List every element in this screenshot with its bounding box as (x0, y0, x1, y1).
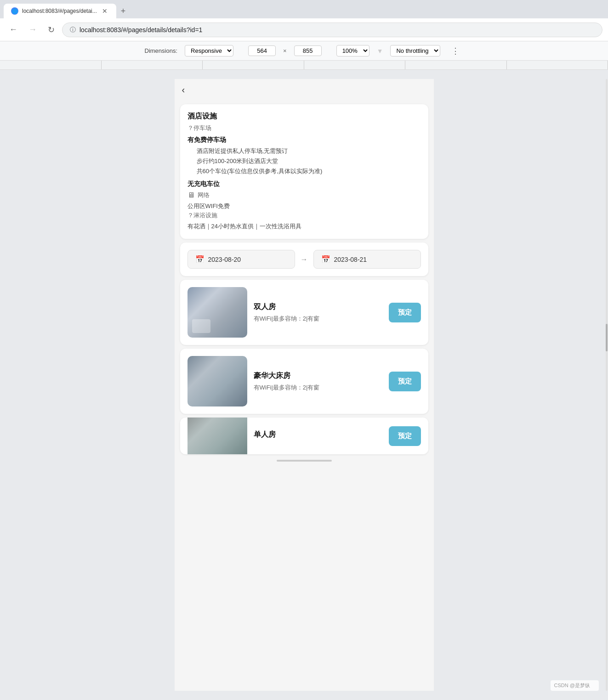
content-area: ‹ 酒店设施 ？停车场 有免费停车场 酒店附近提供私人停车场,无需预订 步行约1… (0, 70, 608, 700)
network-label-text: 网络 (198, 191, 210, 199)
room-info-1: 豪华大床房 有WiFi|最多容纳：2|有窗 (254, 371, 382, 392)
parking-label: ？停车场 (188, 124, 421, 132)
network-row: 🖥 网络 (188, 191, 421, 199)
checkout-date[interactable]: 📅 2023-08-21 (313, 250, 421, 269)
separator3: ▼ (377, 47, 383, 55)
address-bar[interactable]: ⓘ localhost:8083/#/pages/details/details… (62, 23, 602, 37)
room-info-0: 双人房 有WiFi|最多容纳：2|有窗 (254, 302, 382, 323)
browser-toolbar: ← → ↻ ⓘ localhost:8083/#/pages/details/d… (0, 18, 608, 41)
back-chevron-icon[interactable]: ‹ (182, 85, 185, 95)
network-icon: 🖥 (188, 191, 195, 199)
room-info-2: 单人房 (254, 430, 382, 442)
scrollbar[interactable] (605, 70, 608, 700)
book-button-2[interactable]: 预定 (389, 426, 421, 446)
checkin-date[interactable]: 📅 2023-08-20 (188, 250, 295, 269)
height-input[interactable]: 855 (294, 45, 322, 56)
book-button-0[interactable]: 预定 (389, 303, 421, 322)
browser-frame: 🌐 localhost:8083/#/pages/detai... ✕ + ← … (0, 0, 608, 700)
tab-bar: 🌐 localhost:8083/#/pages/detai... ✕ + (0, 0, 608, 18)
ruler-seg-5 (405, 61, 507, 69)
date-arrow-icon: → (295, 255, 313, 264)
responsive-select[interactable]: Responsive (185, 45, 233, 56)
room-name-0: 双人房 (254, 302, 382, 312)
room-image-0 (188, 287, 247, 338)
scrollbar-thumb[interactable] (606, 324, 608, 351)
watermark: CSDN @是梦纵ゞ (551, 680, 599, 691)
bottom-bar-indicator (277, 460, 332, 462)
forward-button[interactable]: → (25, 23, 40, 36)
dimensions-label: Dimensions: (145, 47, 178, 54)
room-name-2: 单人房 (254, 430, 382, 440)
width-input[interactable]: 564 (248, 45, 276, 56)
throttling-select[interactable]: No throttling (390, 45, 440, 56)
ruler (0, 61, 608, 70)
free-parking-title: 有免费停车场 (188, 136, 421, 144)
parking-item-3: 共60个车位(车位信息仅供参考,具体以实际为准) (188, 166, 421, 176)
scrollbar-track (606, 79, 608, 691)
devtools-toolbar: Dimensions: Responsive 564 × 855 100% ▼ … (0, 41, 608, 61)
parking-item-2: 步行约100-200米到达酒店大堂 (188, 156, 421, 166)
secure-icon: ⓘ (70, 26, 76, 34)
checkout-date-text: 2023-08-21 (334, 256, 367, 263)
room-image-1 (188, 356, 247, 406)
book-button-1[interactable]: 预定 (389, 372, 421, 391)
zoom-select[interactable]: 100% (336, 45, 369, 56)
room-card-0: 双人房 有WiFi|最多容纳：2|有窗 预定 (180, 280, 428, 345)
date-picker-card[interactable]: 📅 2023-08-20 → 📅 2023-08-21 (180, 243, 428, 276)
reload-button[interactable]: ↻ (44, 23, 58, 37)
tab-favicon: 🌐 (11, 7, 18, 15)
address-text: localhost:8083/#/pages/details/details?i… (80, 26, 202, 34)
devtools-extra-button[interactable]: ⋮ (448, 44, 463, 58)
tab-close-button[interactable]: ✕ (101, 7, 109, 15)
new-tab-button[interactable]: + (117, 4, 130, 18)
back-button[interactable]: ← (6, 23, 21, 36)
room-image-2 (188, 418, 247, 454)
active-tab[interactable]: 🌐 localhost:8083/#/pages/detai... ✕ (4, 4, 116, 18)
no-charge-ev: 无充电车位 (188, 180, 421, 188)
parking-item-1: 酒店附近提供私人停车场,无需预订 (188, 146, 421, 156)
ruler-seg-4 (304, 61, 406, 69)
ruler-seg-1 (0, 61, 102, 69)
room-name-1: 豪华大床房 (254, 371, 382, 381)
checkout-calendar-icon: 📅 (321, 255, 330, 264)
checkin-calendar-icon: 📅 (195, 255, 205, 264)
room-features-0: 有WiFi|最多容纳：2|有窗 (254, 315, 382, 323)
tab-title: localhost:8083/#/pages/detai... (22, 8, 97, 14)
checkin-date-text: 2023-08-20 (208, 256, 241, 263)
room-card-1: 豪华大床房 有WiFi|最多容纳：2|有窗 预定 (180, 349, 428, 414)
room-features-1: 有WiFi|最多容纳：2|有窗 (254, 384, 382, 392)
hotel-facilities-card: 酒店设施 ？停车场 有免费停车场 酒店附近提供私人停车场,无需预订 步行约100… (180, 104, 428, 239)
bottom-bar (175, 456, 434, 465)
shower-info: 有花洒｜24小时热水直供｜一次性洗浴用具 (188, 222, 421, 231)
ruler-seg-2 (102, 61, 203, 69)
facilities-title: 酒店设施 (188, 112, 421, 121)
public-wifi: 公用区WIFI免费 (188, 202, 421, 210)
shower-label: ？淋浴设施 (188, 211, 421, 220)
ruler-seg-6 (507, 61, 608, 69)
dimension-x: × (283, 47, 287, 54)
back-navigation[interactable]: ‹ (175, 79, 434, 101)
room-card-2: 单人房 预定 (180, 418, 428, 454)
mobile-viewport: ‹ 酒店设施 ？停车场 有免费停车场 酒店附近提供私人停车场,无需预订 步行约1… (175, 79, 434, 691)
ruler-seg-3 (203, 61, 304, 69)
